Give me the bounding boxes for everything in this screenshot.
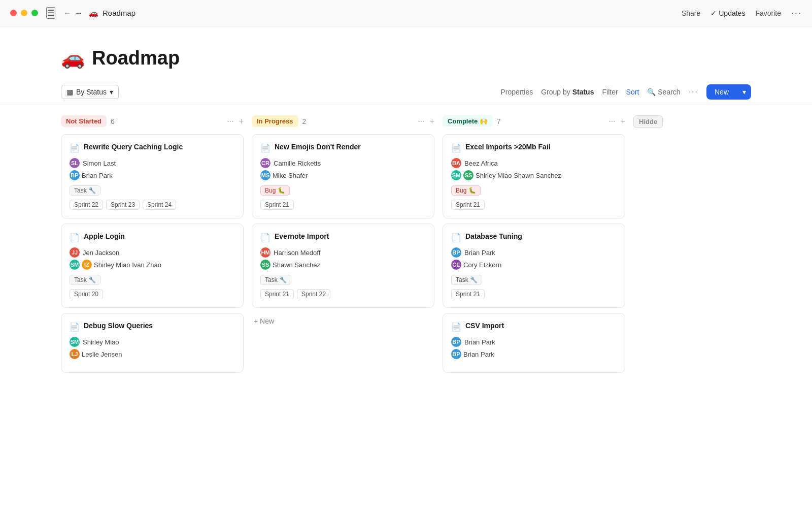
share-button[interactable]: Share — [682, 9, 700, 17]
properties-button[interactable]: Properties — [500, 88, 533, 96]
card[interactable]: 📄Database TuningBPBrian ParkCECory Etzko… — [443, 224, 625, 308]
card-assignees: CRCamille RickettsMSMike Shafer — [260, 158, 426, 180]
group-by-label: Group by Status — [541, 88, 594, 96]
sprints-row: Sprint 21 — [451, 289, 617, 299]
sprint-tag: Sprint 21 — [451, 200, 485, 210]
close-button[interactable] — [10, 10, 17, 16]
column-add-button[interactable]: + — [239, 117, 244, 126]
column-not-started: Not Started6···+📄Rewrite Query Caching L… — [61, 115, 244, 497]
sprint-tag: Sprint 21 — [451, 289, 485, 299]
card-title-row: 📄Debug Slow Queries — [70, 322, 235, 332]
avatar: CR — [260, 158, 270, 168]
back-button[interactable]: ← — [63, 9, 72, 18]
avatar: IZ — [82, 260, 92, 270]
card[interactable]: 📄Evernote ImportHMHarrison MedoffSSShawn… — [252, 224, 434, 308]
menu-button[interactable]: ☰ — [46, 7, 55, 19]
card-tags: Task 🔧 — [70, 185, 235, 196]
grid-icon: ▦ — [66, 88, 73, 96]
card[interactable]: 📄Debug Slow QueriesSMShirley MiaoLJLesli… — [61, 313, 244, 373]
new-btn-chevron-icon[interactable]: ▾ — [737, 84, 751, 100]
card-assignees: BPBrian ParkBPBrian Park — [451, 337, 617, 359]
column-actions: ···+ — [608, 117, 625, 126]
assignee-name: Simon Last — [83, 160, 116, 167]
card-title: CSV Import — [465, 322, 504, 330]
maximize-button[interactable] — [31, 10, 38, 16]
avatar: LJ — [70, 349, 80, 359]
assignee-row: HMHarrison Medoff — [260, 247, 426, 258]
card-assignees: HMHarrison MedoffSSShawn Sanchez — [260, 247, 426, 270]
column-count: 2 — [302, 117, 307, 125]
column-in-progress: In Progress2···+📄New Emojis Don't Render… — [252, 115, 434, 497]
assignee-row: BPBrian Park — [451, 349, 617, 359]
card-assignees: SMShirley MiaoLJLeslie Jensen — [70, 337, 235, 359]
column-add-button[interactable]: + — [430, 117, 434, 126]
document-icon: 📄 — [70, 322, 80, 332]
column-more-button[interactable]: ··· — [418, 117, 424, 126]
assignee-row: LJLeslie Jensen — [70, 349, 235, 359]
favorite-button[interactable]: Favorite — [755, 9, 781, 17]
more-options-button[interactable]: ··· — [791, 8, 802, 18]
updates-button[interactable]: ✓ Updates — [710, 9, 745, 17]
status-badge: Complete 🙌 — [443, 115, 493, 127]
card[interactable]: 📄New Emojis Don't RenderCRCamille Ricket… — [252, 134, 434, 218]
column-more-button[interactable]: ··· — [608, 117, 615, 126]
assignee-name: Brian Park — [82, 172, 113, 179]
card-title: New Emojis Don't Render — [275, 143, 361, 151]
toolbar-more-button[interactable]: ··· — [689, 87, 698, 97]
card-title-row: 📄Apple Login — [70, 232, 235, 242]
avatar: SL — [70, 158, 80, 168]
card-tag: Task 🔧 — [70, 275, 100, 285]
card-title-row: 📄Excel Imports >20Mb Fail — [451, 143, 617, 153]
column-header: In Progress2···+ — [252, 115, 434, 127]
card-title-row: 📄New Emojis Don't Render — [260, 143, 426, 153]
traffic-lights — [10, 10, 38, 16]
assignee-name: Brian Park — [463, 351, 494, 358]
column-more-button[interactable]: ··· — [227, 117, 233, 126]
card-tags: Task 🔧 — [260, 275, 426, 285]
card[interactable]: 📄Rewrite Query Caching LogicSLSimon Last… — [61, 134, 244, 218]
sprint-tag: Sprint 21 — [260, 200, 294, 210]
assignee-name: Shirley Miao Ivan Zhao — [94, 261, 161, 269]
forward-button[interactable]: → — [75, 9, 83, 18]
column-complete: Complete 🙌7···+📄Excel Imports >20Mb Fail… — [443, 115, 625, 497]
filter-button[interactable]: Filter — [602, 88, 618, 96]
card-tags: Bug 🐛 — [451, 185, 617, 196]
assignee-row: BPBrian Park — [70, 170, 235, 180]
assignee-name: Beez Africa — [464, 160, 498, 167]
assignee-name: Brian Park — [464, 338, 495, 346]
assignee-name: Camille Ricketts — [274, 160, 321, 167]
assignee-name: Cory Etzkorn — [463, 261, 501, 269]
new-button[interactable]: New ▾ — [706, 84, 751, 100]
card-title: Debug Slow Queries — [84, 322, 153, 330]
by-status-button[interactable]: ▦ By Status ▾ — [61, 85, 119, 99]
sort-button[interactable]: Sort — [626, 88, 639, 96]
card[interactable]: 📄Excel Imports >20Mb FailBABeez AfricaSM… — [443, 134, 625, 218]
sprints-row: Sprint 21 — [451, 200, 617, 210]
sprint-tag: Sprint 22 — [70, 200, 103, 210]
card-assignees: SLSimon LastBPBrian Park — [70, 158, 235, 180]
assignee-name: Jen Jackson — [83, 249, 119, 257]
column-header: Not Started6···+ — [61, 115, 244, 127]
search-button[interactable]: 🔍 Search — [647, 88, 680, 96]
assignee-row: SLSimon Last — [70, 158, 235, 168]
card-tags: Task 🔧 — [451, 275, 617, 285]
card-assignees: BPBrian ParkCECory Etzkorn — [451, 247, 617, 270]
assignee-row: SMSSShirley Miao Shawn Sanchez — [451, 170, 617, 180]
avatar: SM — [70, 260, 80, 270]
card-title: Excel Imports >20Mb Fail — [465, 143, 551, 151]
card[interactable]: 📄Apple LoginJJJen JacksonSMIZShirley Mia… — [61, 224, 244, 308]
card-tag: Task 🔧 — [70, 185, 100, 196]
assignee-row: JJJen Jackson — [70, 247, 235, 258]
avatar: CE — [451, 260, 461, 270]
minimize-button[interactable] — [21, 10, 27, 16]
check-icon: ✓ — [710, 9, 717, 17]
assignee-name: Shirley Miao — [83, 338, 119, 346]
add-new-row[interactable]: + New — [252, 313, 434, 329]
avatar: BP — [451, 247, 461, 258]
column-add-button[interactable]: + — [621, 117, 625, 126]
card[interactable]: 📄CSV ImportBPBrian ParkBPBrian Park — [443, 313, 625, 373]
sprint-tag: Sprint 20 — [70, 289, 103, 299]
card-title-row: 📄CSV Import — [451, 322, 617, 332]
avatar: SS — [463, 170, 473, 180]
assignee-row: SMIZShirley Miao Ivan Zhao — [70, 260, 235, 270]
